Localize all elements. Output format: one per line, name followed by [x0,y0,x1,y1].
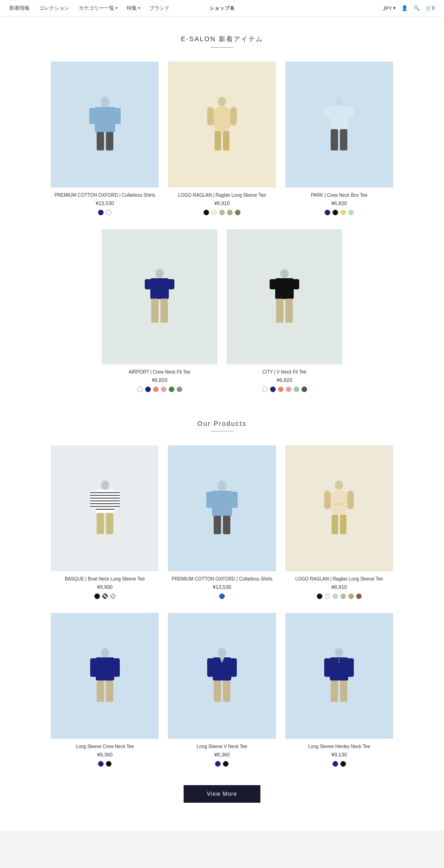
color-dot[interactable] [235,210,240,215]
color-dots-op-5 [168,761,276,767]
chevron-down-icon-2: ▾ [138,6,140,10]
color-dot[interactable] [98,210,104,215]
nav-item-5[interactable]: ブランド [149,5,170,12]
search-icon[interactable]: 🔍 [413,5,420,11]
color-dot[interactable] [204,210,209,215]
product-card-esalon-1[interactable]: PREMIUM COTTON OXFORD | Collarless Shirt… [51,62,159,215]
svg-rect-15 [347,107,354,117]
color-dot[interactable] [317,593,322,599]
product-card-op-2[interactable]: PREMIUM COTTON OXFORD | Collarless Shirt… [168,445,276,599]
product-price-5: ¥6,820 [227,377,342,383]
svg-rect-39 [90,491,97,508]
product-price-3: ¥6,820 [285,200,393,206]
color-dot[interactable] [278,387,284,392]
color-dot[interactable] [333,210,338,215]
color-dot[interactable] [106,210,111,215]
svg-rect-88 [331,681,338,702]
svg-point-6 [218,97,226,106]
product-card-esalon-5[interactable]: CITY | V Neck Fit Tee ¥6,820 [227,229,342,392]
color-dot[interactable] [333,761,338,767]
svg-rect-16 [331,129,338,150]
color-dot[interactable] [286,387,291,392]
color-dot[interactable] [219,593,225,599]
color-dot[interactable] [219,210,225,215]
color-dot[interactable] [137,387,143,392]
color-dot[interactable] [348,210,354,215]
svg-rect-5 [106,132,113,150]
product-card-op-6[interactable]: Long Sleeve Henley Neck Tee ¥9,130 [285,613,393,767]
product-card-esalon-4[interactable]: AIRPORT | Crew Neck Fit Tee ¥6,820 [102,229,217,392]
svg-rect-59 [214,516,221,534]
nav-item-3[interactable]: カテゴリー一覧 ▾ [79,5,117,12]
svg-rect-22 [151,299,159,323]
svg-text:LOGO: LOGO [334,502,344,506]
color-dot[interactable] [270,387,276,392]
color-dot[interactable] [106,761,111,767]
svg-point-84 [339,659,340,660]
color-dot[interactable] [333,593,338,599]
color-dot[interactable] [94,593,100,599]
color-dot[interactable] [177,387,182,392]
color-dot[interactable] [211,210,217,215]
view-more-button[interactable]: View More [184,785,260,803]
nav-item-1[interactable]: 新着情報 [9,5,30,12]
account-icon[interactable]: 👤 [401,5,408,11]
product-image-3 [285,62,393,187]
color-dot[interactable] [262,387,268,392]
nav-item-4[interactable]: 特集 ▾ [127,5,140,12]
svg-rect-78 [230,658,237,677]
product-price-op-1: ¥9,900 [51,584,159,590]
section-divider [210,47,234,48]
color-dot[interactable] [340,761,346,767]
product-name-5: CITY | V Neck Fit Tee [227,369,342,375]
color-dot[interactable] [325,210,330,215]
svg-rect-7 [213,106,231,131]
product-name-op-4: Long Sleeve Crew Neck Tee [51,743,159,750]
product-card-esalon-2[interactable]: LOGO RAGLAN | Raglan Long Sleeve Tee ¥8,… [168,62,276,215]
color-dot[interactable] [110,593,116,599]
product-price-op-2: ¥13,530 [168,584,276,590]
svg-rect-8 [207,107,214,125]
nav-item-2[interactable]: コレクション [39,5,69,12]
esalon-product-grid: PREMIUM COTTON OXFORD | Collarless Shirt… [51,62,393,215]
product-card-op-5[interactable]: Long Sleeve V Neck Tee ¥8,360 [168,613,276,767]
color-dot[interactable] [348,593,354,599]
product-card-op-3[interactable]: LOGO LOGO RAGLAN | Raglan Long Sleeve Te… [285,445,393,599]
our-products-title: Our Products [51,420,393,427]
product-card-esalon-3[interactable]: PARK | Crew Neck Box Tee ¥6,820 [285,62,393,215]
color-dot[interactable] [215,761,221,767]
product-price-2: ¥8,910 [168,200,276,206]
color-dot[interactable] [153,387,159,392]
color-dot[interactable] [302,387,307,392]
product-image-4 [102,229,217,364]
cart-icon[interactable]: 🛒0 [426,5,435,11]
product-price-op-6: ¥9,130 [285,752,393,757]
currency-selector[interactable]: JPY ▾ [383,5,396,11]
svg-rect-26 [270,279,276,289]
svg-rect-87 [347,658,354,677]
svg-rect-63 [324,491,331,509]
product-card-op-4[interactable]: Long Sleeve Crew Neck Tee ¥8,360 [51,613,159,767]
svg-rect-28 [276,299,284,323]
color-dot[interactable] [145,387,151,392]
color-dot[interactable] [102,593,108,599]
product-card-op-1[interactable]: BASQUE | Boat Neck Long Sleeve Tee ¥9,90… [51,445,159,599]
color-dot[interactable] [356,593,362,599]
color-dot[interactable] [161,387,166,392]
color-dots-op-3 [285,593,393,599]
svg-rect-27 [293,279,299,289]
svg-rect-70 [90,658,97,677]
color-dot[interactable] [294,387,299,392]
color-dot[interactable] [340,593,346,599]
svg-rect-83 [338,657,340,665]
color-dot[interactable] [340,210,346,215]
svg-rect-54 [106,513,113,534]
color-dot[interactable] [325,593,330,599]
product-name-op-3: LOGO RAGLAN | Raglan Long Sleeve Tee [285,576,393,582]
color-dot[interactable] [169,387,174,392]
color-dot[interactable] [227,210,233,215]
color-dot[interactable] [98,761,104,767]
product-image-op-2 [168,445,276,571]
color-dot[interactable] [223,761,228,767]
color-dots-op-1 [51,593,159,599]
